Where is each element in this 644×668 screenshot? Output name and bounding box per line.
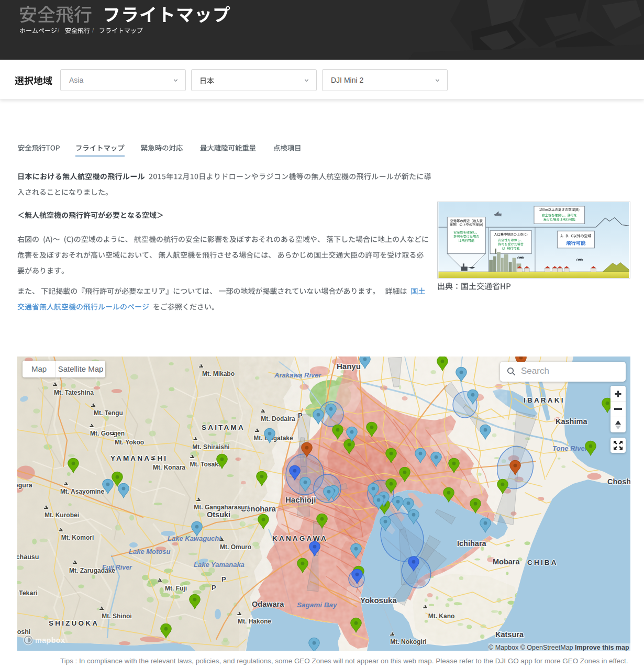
svg-text:uchausu: uchausu bbox=[17, 553, 39, 561]
svg-text:Mt. Nokogiri: Mt. Nokogiri bbox=[390, 638, 426, 645]
svg-text:Tone River: Tone River bbox=[552, 444, 588, 452]
svg-text:Lake Kawaguchi: Lake Kawaguchi bbox=[168, 535, 221, 542]
svg-text:Mt. Dodaira: Mt. Dodaira bbox=[261, 415, 295, 422]
svg-text:SAITAMA: SAITAMA bbox=[202, 424, 245, 431]
svg-text:Mt. Fuji: Mt. Fuji bbox=[165, 585, 187, 592]
svg-text:ogura: ogura bbox=[17, 482, 33, 489]
svg-text:Mt. Gongen: Mt. Gongen bbox=[90, 430, 125, 437]
svg-text:Katsura: Katsura bbox=[495, 630, 524, 639]
svg-text:Ichihara: Ichihara bbox=[457, 539, 487, 548]
svg-text:Yokosuka: Yokosuka bbox=[360, 596, 397, 605]
svg-text:Mobara: Mobara bbox=[493, 558, 520, 566]
svg-text:P: P bbox=[221, 575, 226, 583]
svg-text:YAMANASHI: YAMANASHI bbox=[110, 454, 168, 462]
svg-text:Mt. Tateshina: Mt. Tateshina bbox=[54, 389, 94, 396]
svg-text:mapbox: mapbox bbox=[35, 636, 65, 644]
svg-text:Mt. Omuro: Mt. Omuro bbox=[220, 543, 251, 551]
svg-text:CHIBA: CHIBA bbox=[527, 559, 558, 566]
svg-text:Choshi: Choshi bbox=[607, 477, 630, 486]
svg-text:Mt. Shinoi: Mt. Shinoi bbox=[102, 613, 131, 620]
svg-text:Mt. Kano: Mt. Kano bbox=[428, 613, 455, 620]
svg-text:Lake Motosu: Lake Motosu bbox=[129, 548, 171, 555]
svg-text:. Tekari: . Tekari bbox=[17, 589, 38, 597]
svg-text:Mt. Kurobei: Mt. Kurobei bbox=[45, 511, 79, 519]
svg-text:Kashima: Kashima bbox=[556, 417, 587, 426]
svg-text:Sagami Bay: Sagami Bay bbox=[297, 601, 338, 609]
svg-text:Mt. Asayomine: Mt. Asayomine bbox=[60, 488, 105, 495]
svg-text:Hachioji: Hachioji bbox=[285, 495, 316, 504]
svg-text:Mt. Tosaka: Mt. Tosaka bbox=[190, 461, 221, 468]
svg-text:Mt. Gangaharasuri: Mt. Gangaharasuri bbox=[194, 504, 249, 511]
svg-text:P: P bbox=[298, 411, 303, 419]
svg-text:Mt. Komori: Mt. Komori bbox=[61, 534, 94, 541]
svg-text:Lake Yamanaka: Lake Yamanaka bbox=[194, 561, 245, 569]
svg-text:Hanyu: Hanyu bbox=[337, 362, 361, 371]
svg-text:Otsuki: Otsuki bbox=[207, 510, 230, 519]
svg-text:Mt. Shiraishi: Mt. Shiraishi bbox=[192, 443, 229, 451]
svg-text:IBARAKI: IBARAKI bbox=[524, 396, 565, 404]
svg-text:Mt. Yokoo: Mt. Yokoo bbox=[115, 439, 144, 446]
svg-text:Mt. Tengu: Mt. Tengu bbox=[94, 409, 123, 417]
svg-text:KANAGAWA: KANAGAWA bbox=[272, 535, 328, 542]
svg-text:P: P bbox=[212, 584, 216, 592]
svg-text:Arakawa River: Arakawa River bbox=[274, 371, 322, 379]
svg-text:Mt. Hakone: Mt. Hakone bbox=[238, 618, 271, 625]
svg-text:Mt. Mikabo: Mt. Mikabo bbox=[202, 370, 235, 377]
svg-text:Fuji River: Fuji River bbox=[102, 564, 132, 571]
svg-text:Odawara: Odawara bbox=[252, 600, 284, 608]
svg-text:Mt. Konara: Mt. Konara bbox=[153, 464, 185, 471]
svg-text:SHIZUOKA: SHIZUOKA bbox=[49, 619, 99, 627]
